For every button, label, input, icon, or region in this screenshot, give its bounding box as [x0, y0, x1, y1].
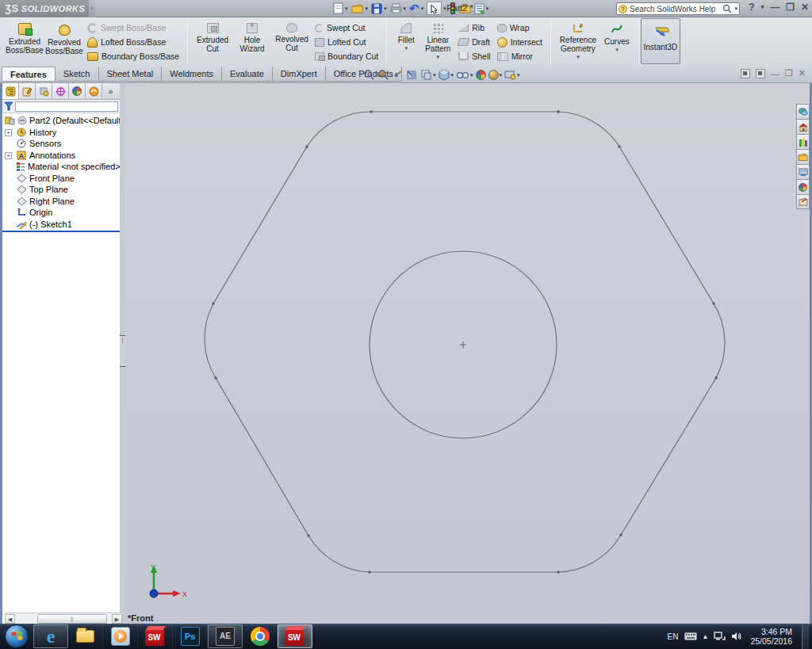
tree-item-part2[interactable]: Part2 (Default<<Default>_D — [2, 115, 120, 127]
tab-evaluate[interactable]: Evaluate — [222, 67, 273, 82]
instant3d-button[interactable]: Instant3D — [641, 18, 680, 64]
sketch-point[interactable] — [215, 377, 217, 380]
shell-button[interactable]: Shell — [458, 51, 490, 63]
search-magnifier-icon[interactable] — [722, 4, 732, 13]
taskbar-photoshop[interactable]: Ps — [173, 624, 208, 648]
swept-cut-button[interactable]: Swept Cut — [315, 22, 378, 34]
extruded-cut-button[interactable]: ExtrudedCut — [193, 20, 232, 64]
start-button[interactable] — [5, 624, 29, 648]
doc-window-icon-1[interactable] — [741, 69, 750, 78]
fillet-button[interactable]: Fillet ▾ — [392, 20, 420, 64]
language-indicator[interactable]: EN — [668, 632, 679, 641]
boundary-cut-button[interactable]: Boundary Cut — [315, 51, 378, 63]
lofted-boss-base-button[interactable]: Lofted Boss/Base — [87, 36, 179, 48]
help-search-box[interactable]: ? Search SolidWorks Help ▾ — [616, 2, 740, 15]
sketch-point[interactable] — [369, 571, 371, 574]
file-explorer-button[interactable] — [796, 149, 810, 164]
hexagon-sketch-outline[interactable] — [205, 112, 725, 572]
network-icon[interactable] — [714, 632, 726, 641]
tab-overflow-button[interactable]: » — [102, 83, 119, 99]
search-input[interactable]: Search SolidWorks Help — [630, 5, 720, 13]
minimize-button[interactable]: — — [770, 2, 779, 13]
taskbar-windows-explorer[interactable] — [68, 624, 103, 648]
sketch-point[interactable] — [619, 146, 621, 148]
tree-item-top-plane[interactable]: Top Plane — [2, 184, 120, 196]
sketch-center-point[interactable] — [460, 342, 466, 348]
tree-item-origin[interactable]: Origin — [2, 207, 120, 219]
clock[interactable]: 3:46 PM 25/05/2016 — [750, 627, 792, 646]
filter-input[interactable] — [15, 101, 118, 112]
solidworks-resources-button[interactable] — [796, 104, 810, 119]
view-settings-button[interactable]: ▾ — [504, 70, 520, 80]
rollback-bar[interactable] — [2, 231, 120, 232]
previous-view-button[interactable] — [392, 69, 404, 81]
doc-minimize-button[interactable]: — — [771, 69, 779, 78]
revolved-boss-base-button[interactable]: RevolvedBoss/Base — [44, 20, 84, 64]
close-button[interactable]: ✕ — [801, 2, 809, 13]
intersect-button[interactable]: Intersect — [497, 36, 542, 48]
scroll-track[interactable]: ⫼ — [15, 614, 112, 624]
tab-sketch[interactable]: Sketch — [56, 67, 99, 82]
hide-show-items-button[interactable]: ▾ — [456, 70, 473, 80]
scroll-left-arrow[interactable]: ◀ — [5, 614, 15, 624]
help-button[interactable]: ? — [749, 2, 754, 13]
dropdown-arrow[interactable]: ▾ — [500, 72, 503, 78]
section-view-button[interactable] — [406, 69, 418, 81]
tree-item-right-plane[interactable]: Right Plane — [2, 196, 120, 208]
panel-horizontal-scrollbar[interactable]: ◀ ⫼ ▶ — [5, 613, 122, 624]
view-orientation-button[interactable]: ▾ — [420, 69, 436, 81]
menu-expand-arrow[interactable]: › — [89, 0, 95, 17]
sketch-point[interactable] — [308, 535, 310, 537]
tree-item-history[interactable]: + History — [2, 127, 120, 139]
dimxpertmanager-tab[interactable] — [52, 83, 69, 99]
boundary-boss-base-button[interactable]: Boundary Boss/Base — [87, 51, 179, 63]
tab-dimxpert[interactable]: DimXpert — [273, 67, 326, 82]
rib-button[interactable]: Rib — [458, 22, 490, 34]
tree-item-material[interactable]: Material <not specified> — [2, 161, 120, 173]
display-style-button[interactable]: ▾ — [439, 69, 454, 81]
apply-scene-button[interactable]: ▾ — [488, 70, 503, 80]
expand-plus-icon[interactable]: + — [5, 129, 12, 136]
dropdown-arrow[interactable]: ▾ — [433, 72, 436, 78]
lofted-cut-button[interactable]: Lofted Cut — [315, 36, 378, 48]
sketch-point[interactable] — [620, 534, 622, 536]
help-dropdown-arrow[interactable]: ▾ — [761, 4, 764, 10]
taskbar-solidworks-active[interactable]: SW — [278, 624, 312, 648]
sketch-point[interactable] — [306, 146, 308, 148]
graphics-viewport[interactable]: Y X *Front — [125, 83, 812, 624]
featuremanager-tree-tab[interactable] — [2, 83, 19, 99]
taskbar-solidworks[interactable]: SW — [138, 624, 173, 648]
edit-appearance-button[interactable] — [476, 70, 486, 80]
doc-restore-button[interactable]: ❐ — [785, 68, 793, 78]
keyboard-icon[interactable] — [684, 632, 697, 640]
show-desktop-button[interactable] — [802, 624, 809, 649]
tree-item-front-plane[interactable]: Front Plane — [2, 173, 120, 185]
tab-weldments[interactable]: Weldments — [162, 67, 222, 82]
sketch-geometry[interactable] — [125, 83, 812, 624]
doc-close-button[interactable]: ✕ — [799, 68, 806, 78]
taskbar-after-effects[interactable]: AE — [208, 624, 243, 648]
taskbar-chrome[interactable] — [243, 624, 278, 648]
restore-button[interactable]: ❐ — [786, 2, 795, 13]
sketch-point[interactable] — [557, 111, 560, 113]
view-palette-button[interactable] — [796, 164, 810, 179]
taskbar-media-player[interactable] — [103, 624, 138, 648]
tree-item-sensors[interactable]: Sensors — [2, 138, 120, 150]
configurationmanager-tab[interactable] — [36, 83, 52, 99]
curves-dropdown-arrow[interactable]: ▾ — [615, 47, 619, 53]
doc-window-icon-2[interactable] — [756, 69, 765, 78]
custom-properties-button[interactable] — [796, 194, 810, 209]
sketch-point[interactable] — [213, 303, 215, 305]
design-library-button[interactable] — [796, 134, 810, 149]
dropdown-arrow[interactable]: ▾ — [451, 72, 454, 78]
wrap-button[interactable]: Wrap — [497, 22, 542, 34]
draft-button[interactable]: Draft — [458, 36, 490, 48]
tree-item-annotations[interactable]: + A Annotations — [2, 150, 120, 162]
scroll-thumb[interactable]: ⫼ — [37, 614, 107, 624]
search-dropdown-arrow[interactable]: ▾ — [734, 6, 737, 12]
reference-geometry-dropdown-arrow[interactable]: ▾ — [576, 54, 580, 60]
mirror-button[interactable]: Mirror — [497, 51, 542, 63]
swept-boss-base-button[interactable]: Swept Boss/Base — [87, 22, 179, 34]
linear-pattern-button[interactable]: LinearPattern ▾ — [420, 20, 455, 64]
hole-wizard-button[interactable]: HoleWizard — [232, 20, 272, 64]
